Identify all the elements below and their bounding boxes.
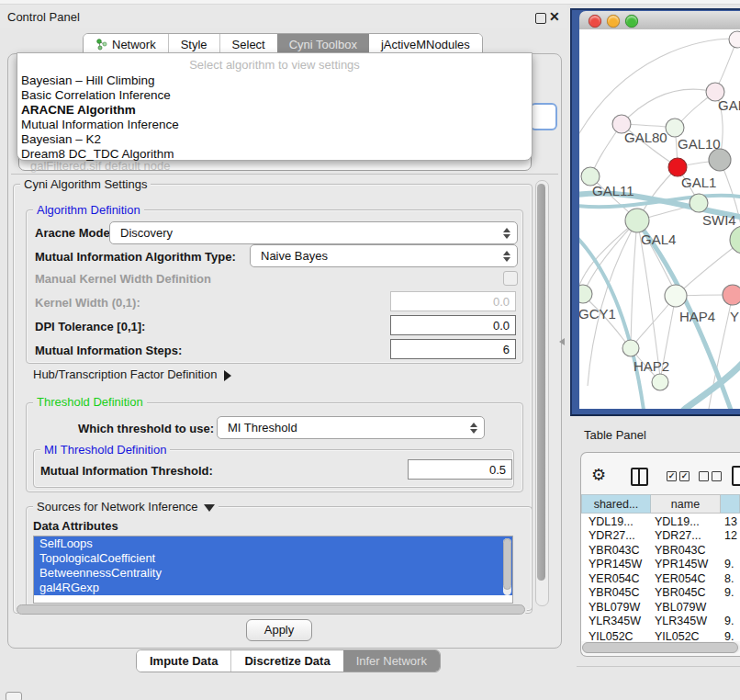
focused-field-partial	[530, 103, 557, 130]
settings-hscrollbar-thumb[interactable]	[17, 604, 525, 615]
table-cell[interactable]: 9.	[724, 558, 734, 570]
tab-jactivemnodules-label: jActiveMNodules	[381, 38, 470, 51]
table-cell[interactable]: 13	[724, 515, 737, 528]
gear-icon[interactable]: ⚙	[591, 465, 606, 485]
table-cell[interactable]: YER054C	[655, 572, 706, 585]
table-cell[interactable]: 9.	[724, 615, 734, 627]
table-cell[interactable]: YBR045C	[655, 586, 706, 599]
table-cell[interactable]: YBR045C	[589, 586, 640, 599]
bottom-tabbar: Impute Data Discretize Data Infer Networ…	[136, 649, 441, 672]
settings-scrollbar-thumb[interactable]	[537, 184, 545, 581]
attributes-scrollbar-thumb[interactable]	[503, 538, 511, 590]
apply-button[interactable]: Apply	[246, 619, 312, 641]
table-cell[interactable]: 12	[724, 529, 737, 542]
table-cell[interactable]: YDR27...	[655, 529, 701, 542]
checked-checkbox-icon[interactable]: ✓	[679, 471, 690, 481]
kernel-width-field[interactable]: 0.0	[390, 291, 516, 311]
unchecked-checkbox-icon[interactable]	[699, 471, 709, 481]
tab-discretize-data[interactable]: Discretize Data	[230, 650, 342, 672]
network-canvas[interactable]: GAL GAL80 GAL10 GAL1 GAL11 SWI4 GAL4 GCY…	[579, 29, 740, 409]
collapsed-panel-chip[interactable]	[6, 692, 22, 700]
column-header-partial[interactable]	[721, 494, 740, 514]
network-window-titlebar[interactable]	[579, 11, 740, 30]
table-cell[interactable]: YPR145W	[589, 558, 642, 570]
dropdown-item[interactable]: Dream8 DC_TDC Algorithm	[21, 147, 174, 161]
table-cell[interactable]: YER054C	[589, 572, 640, 585]
aracne-mode-select[interactable]: Discovery	[109, 221, 518, 244]
hub-definition-expander[interactable]: Hub/Transcription Factor Definition	[33, 367, 231, 381]
attribute-item-selected[interactable]: TopologicalCoefficient	[34, 551, 512, 566]
attribute-item-selected[interactable]: gal4RGexp	[34, 581, 512, 595]
cyni-algorithm-settings-title: Cyni Algorithm Settings	[20, 177, 151, 191]
node-label: GAL11	[592, 183, 634, 198]
tab-select-label: Select	[232, 38, 265, 51]
node-label: GAL	[718, 97, 740, 113]
threshold-definition-title: Threshold Definition	[33, 395, 147, 409]
split-columns-icon[interactable]	[631, 468, 648, 486]
mi-steps-field[interactable]: 6	[390, 339, 516, 359]
table-cell[interactable]: YDR27...	[589, 529, 635, 542]
table-cell[interactable]: YBR043C	[589, 544, 640, 557]
settings-hscrollbar[interactable]	[17, 604, 527, 615]
which-threshold-select[interactable]: MI Threshold	[217, 416, 485, 439]
tab-discretize-data-label: Discretize Data	[244, 654, 330, 668]
attributes-scrollbar[interactable]	[503, 538, 511, 595]
mi-threshold-field[interactable]: 0.5	[408, 459, 512, 480]
close-window-icon[interactable]	[589, 15, 601, 28]
table-hscrollbar[interactable]	[582, 642, 740, 653]
tab-infer-network[interactable]: Infer Network	[343, 650, 440, 672]
stepper-icon	[503, 251, 510, 262]
table-cell[interactable]: YBL079W	[589, 601, 640, 614]
mi-type-select[interactable]: Naive Bayes	[250, 244, 518, 267]
document-icon[interactable]	[732, 466, 740, 486]
table-hscrollbar-thumb[interactable]	[582, 642, 738, 653]
node-label: HAP2	[633, 358, 669, 374]
table-cell[interactable]: 9.	[724, 630, 734, 640]
control-panel-titlebar	[0, 5, 567, 28]
table-cell[interactable]: YPR145W	[655, 558, 708, 570]
node-hap2	[622, 340, 639, 356]
data-attributes-list[interactable]: SelfLoops TopologicalCoefficient Between…	[33, 536, 513, 604]
table-cell[interactable]: YBL079W	[655, 601, 706, 614]
unchecked-checkbox-icon[interactable]	[712, 471, 722, 481]
tab-impute-data[interactable]: Impute Data	[137, 650, 230, 672]
node-gal4	[625, 209, 649, 232]
table-cell[interactable]: 9.	[724, 586, 734, 599]
attribute-item-selected[interactable]: BetweennessCentrality	[34, 566, 512, 581]
checked-checkbox-icon[interactable]: ✓	[667, 471, 677, 481]
table-cell[interactable]: YBR043C	[655, 544, 706, 557]
table-cell[interactable]: YLR345W	[589, 615, 641, 627]
algorithm-definition-title: Algorithm Definition	[33, 203, 144, 217]
manual-kernel-checkbox[interactable]	[503, 271, 518, 286]
float-panel-icon[interactable]	[535, 13, 546, 24]
stepper-icon	[503, 228, 510, 239]
table-cell[interactable]: YDL19...	[589, 515, 633, 528]
minimize-window-icon[interactable]	[607, 15, 620, 28]
table-cell[interactable]: YDL19...	[655, 515, 700, 528]
dropdown-item[interactable]: Mutual Information Inference	[21, 118, 179, 131]
attribute-item-selected[interactable]: SelfLoops	[34, 536, 512, 551]
node-salmon	[723, 285, 740, 305]
dpi-tolerance-field[interactable]: 0.0	[390, 315, 516, 335]
table-cell[interactable]: YLR345W	[655, 615, 707, 627]
node-gal10	[666, 119, 684, 137]
column-header-shared[interactable]: shared...	[581, 494, 651, 514]
mi-type-value: Naive Bayes	[261, 249, 328, 263]
dropdown-placeholder: Select algorithm to view settings	[17, 58, 532, 72]
dropdown-item[interactable]: Basic Correlation Inference	[21, 88, 171, 102]
zoom-window-icon[interactable]	[625, 15, 638, 28]
dropdown-item-selected[interactable]: ARACNE Algorithm	[21, 103, 136, 117]
panel-splitter-handle[interactable]	[559, 338, 565, 345]
dropdown-item[interactable]: Bayesian – K2	[21, 132, 101, 146]
network-selector-value: galFiltered.sif default node	[30, 159, 170, 173]
dropdown-item[interactable]: Bayesian – Hill Climbing	[21, 73, 155, 87]
sources-group-title[interactable]: Sources for Network Inference	[33, 500, 219, 514]
table-cell[interactable]: YIL052C	[655, 630, 700, 640]
close-icon[interactable]: ✕	[549, 9, 560, 24]
settings-scrollbar[interactable]	[535, 180, 549, 606]
table-cell[interactable]: YIL052C	[589, 630, 633, 640]
node-label: GAL4	[641, 231, 676, 247]
table-cell[interactable]: 8.	[724, 572, 734, 585]
column-header-name[interactable]: name	[651, 494, 721, 514]
node-gal1	[668, 158, 687, 176]
